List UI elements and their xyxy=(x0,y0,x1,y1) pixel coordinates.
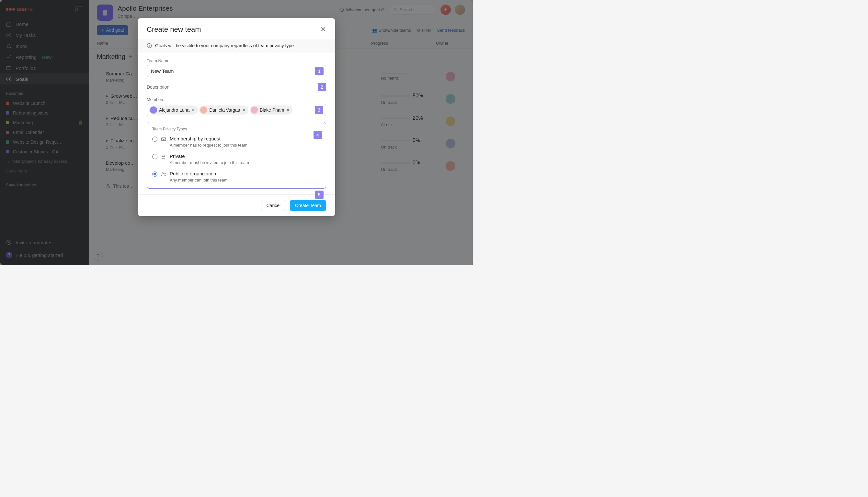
remove-member-icon[interactable]: ✕ xyxy=(242,108,246,113)
radio-button[interactable] xyxy=(152,137,157,142)
modal-info-bar: Goals will be visible to your company re… xyxy=(138,39,335,53)
mail-icon xyxy=(161,136,166,142)
callout-2: 2 xyxy=(318,83,326,91)
svg-point-12 xyxy=(162,173,164,174)
people-icon xyxy=(161,171,166,177)
privacy-option-title: Private xyxy=(170,153,321,159)
member-name: Daniela Vargas xyxy=(209,108,240,113)
team-name-label: Team Name xyxy=(147,58,326,63)
privacy-option-title: Public to organization xyxy=(170,171,321,176)
remove-member-icon[interactable]: ✕ xyxy=(191,108,195,113)
member-avatar xyxy=(200,106,207,114)
callout-5: 5 xyxy=(315,190,323,199)
privacy-option-desc: Any member can join this team xyxy=(170,178,321,183)
member-chip: Alejandro Luna✕ xyxy=(149,105,198,115)
modal-overlay: Create new team ✕ Goals will be visible … xyxy=(0,0,473,265)
modal-title: Create new team xyxy=(147,25,201,34)
member-chip: Blake Pham✕ xyxy=(250,105,292,115)
members-label: Members xyxy=(147,97,326,102)
info-text: Goals will be visible to your company re… xyxy=(155,43,295,48)
callout-4: 4 xyxy=(314,131,322,139)
lock-icon xyxy=(161,154,166,159)
create-team-button[interactable]: Create Team xyxy=(290,200,326,211)
privacy-option[interactable]: Private A member must be invited to join… xyxy=(152,153,321,165)
cancel-button[interactable]: Cancel xyxy=(261,200,286,211)
modal-footer: Cancel Create Team xyxy=(138,195,335,216)
remove-member-icon[interactable]: ✕ xyxy=(286,108,290,113)
member-avatar xyxy=(251,106,258,114)
radio-button[interactable] xyxy=(152,154,157,159)
create-team-modal: Create new team ✕ Goals will be visible … xyxy=(138,18,335,216)
privacy-section: Team Privacy Types 4 Membership by reque… xyxy=(147,122,326,189)
member-name: Alejandro Luna xyxy=(159,108,190,113)
radio-button[interactable] xyxy=(152,171,157,177)
team-name-input[interactable] xyxy=(147,65,326,77)
svg-rect-11 xyxy=(162,156,165,158)
close-icon[interactable]: ✕ xyxy=(320,25,326,34)
member-name: Blake Pham xyxy=(260,108,284,113)
svg-point-13 xyxy=(164,173,165,174)
member-avatar xyxy=(150,106,157,114)
add-description-link[interactable]: Description xyxy=(147,84,169,90)
privacy-option-desc: A member has to request to join this tea… xyxy=(170,143,321,147)
info-icon xyxy=(147,43,152,48)
svg-rect-10 xyxy=(161,138,166,141)
privacy-label: Team Privacy Types xyxy=(152,127,321,131)
privacy-option[interactable]: Membership by request A member has to re… xyxy=(152,136,321,147)
callout-3: 3 xyxy=(315,106,323,114)
members-input[interactable]: Alejandro Luna✕Daniela Vargas✕Blake Pham… xyxy=(147,104,326,116)
member-chip: Daniela Vargas✕ xyxy=(199,105,248,115)
callout-1: 1 xyxy=(315,67,323,75)
privacy-option-title: Membership by request xyxy=(170,136,321,141)
privacy-option-desc: A member must be invited to join this te… xyxy=(170,160,321,165)
privacy-option[interactable]: Public to organization Any member can jo… xyxy=(152,171,321,183)
